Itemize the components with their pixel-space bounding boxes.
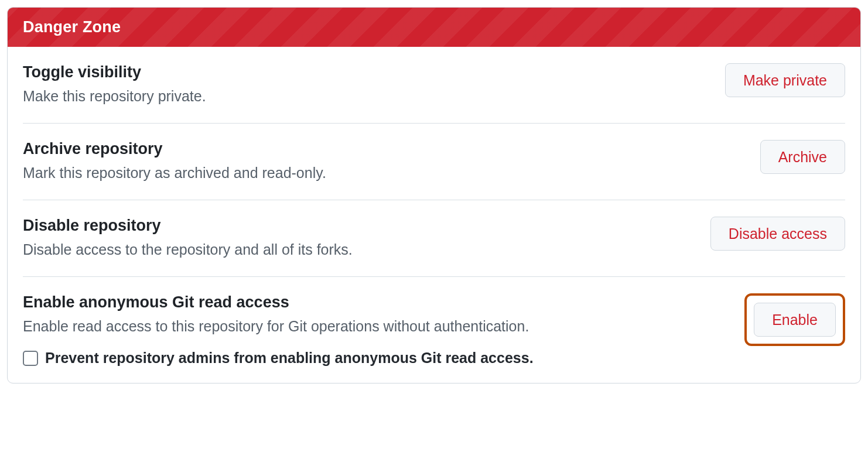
make-private-button[interactable]: Make private xyxy=(725,63,845,97)
item-text: Disable repository Disable access to the… xyxy=(23,217,696,260)
prevent-admins-row: Prevent repository admins from enabling … xyxy=(23,350,730,367)
item-desc: Make this repository private. xyxy=(23,86,711,107)
danger-zone-body: Toggle visibility Make this repository p… xyxy=(8,47,860,383)
item-desc: Enable read access to this repository fo… xyxy=(23,316,730,337)
item-text: Enable anonymous Git read access Enable … xyxy=(23,293,730,367)
danger-zone-item-disable: Disable repository Disable access to the… xyxy=(23,200,845,277)
danger-zone-item-visibility: Toggle visibility Make this repository p… xyxy=(23,47,845,124)
archive-button[interactable]: Archive xyxy=(760,140,845,174)
item-text: Toggle visibility Make this repository p… xyxy=(23,63,711,107)
danger-zone-panel: Danger Zone Toggle visibility Make this … xyxy=(7,7,861,383)
danger-zone-header: Danger Zone xyxy=(8,8,860,47)
prevent-admins-checkbox[interactable] xyxy=(23,351,38,366)
item-title: Enable anonymous Git read access xyxy=(23,293,730,311)
item-title: Disable repository xyxy=(23,217,696,235)
item-text: Archive repository Mark this repository … xyxy=(23,140,746,183)
enable-button-highlight: Enable xyxy=(744,293,845,346)
prevent-admins-label: Prevent repository admins from enabling … xyxy=(45,350,534,367)
danger-zone-item-archive: Archive repository Mark this repository … xyxy=(23,124,845,200)
disable-access-button[interactable]: Disable access xyxy=(710,217,845,251)
danger-zone-item-anonymous-git: Enable anonymous Git read access Enable … xyxy=(23,277,845,383)
item-desc: Disable access to the repository and all… xyxy=(23,239,696,260)
enable-anonymous-git-button[interactable]: Enable xyxy=(754,303,836,337)
item-title: Archive repository xyxy=(23,140,746,158)
item-desc: Mark this repository as archived and rea… xyxy=(23,163,746,183)
item-title: Toggle visibility xyxy=(23,63,711,81)
